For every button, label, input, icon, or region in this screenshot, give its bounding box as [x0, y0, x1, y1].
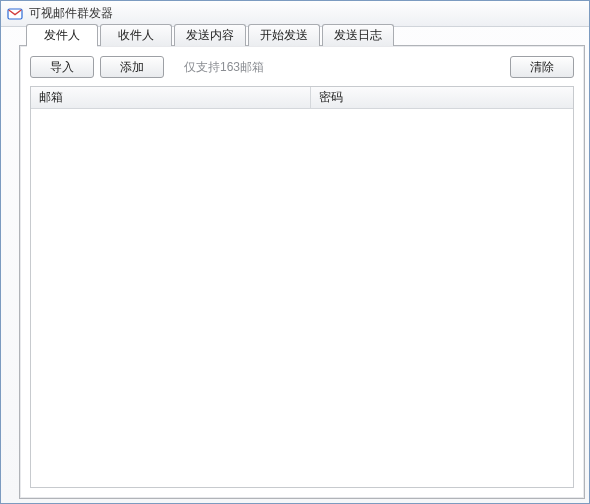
col-header-password[interactable]: 密码 — [311, 87, 573, 108]
toolbar: 导入 添加 仅支持163邮箱 清除 — [30, 54, 574, 80]
table-body[interactable] — [31, 109, 573, 487]
tabpage-senders: 导入 添加 仅支持163邮箱 清除 邮箱 密码 — [20, 46, 584, 498]
col-header-email[interactable]: 邮箱 — [31, 87, 311, 108]
button-label: 导入 — [50, 59, 74, 76]
mail-icon — [7, 6, 23, 22]
tab-label: 开始发送 — [260, 27, 308, 44]
tab-label: 发件人 — [44, 27, 80, 44]
clear-button[interactable]: 清除 — [510, 56, 574, 78]
tab-recipients[interactable]: 收件人 — [100, 24, 172, 46]
button-label: 添加 — [120, 59, 144, 76]
tab-log[interactable]: 发送日志 — [322, 24, 394, 46]
senders-table: 邮箱 密码 — [30, 86, 574, 488]
col-label: 密码 — [319, 89, 343, 106]
table-header: 邮箱 密码 — [31, 87, 573, 109]
app-title: 可视邮件群发器 — [29, 5, 113, 22]
tab-label: 发送内容 — [186, 27, 234, 44]
tab-send[interactable]: 开始发送 — [248, 24, 320, 46]
app-window: 可视邮件群发器 发件人 收件人 发送内容 开始发送 发送日志 导入 — [0, 0, 590, 504]
button-label: 清除 — [530, 59, 554, 76]
tab-bar: 发件人 收件人 发送内容 开始发送 发送日志 — [26, 24, 396, 46]
client-area: 发件人 收件人 发送内容 开始发送 发送日志 导入 添加 — [19, 45, 585, 499]
import-button[interactable]: 导入 — [30, 56, 94, 78]
tab-senders[interactable]: 发件人 — [26, 24, 98, 46]
col-label: 邮箱 — [39, 89, 63, 106]
tab-label: 收件人 — [118, 27, 154, 44]
tab-content[interactable]: 发送内容 — [174, 24, 246, 46]
tab-label: 发送日志 — [334, 27, 382, 44]
hint-text: 仅支持163邮箱 — [184, 59, 504, 76]
add-button[interactable]: 添加 — [100, 56, 164, 78]
